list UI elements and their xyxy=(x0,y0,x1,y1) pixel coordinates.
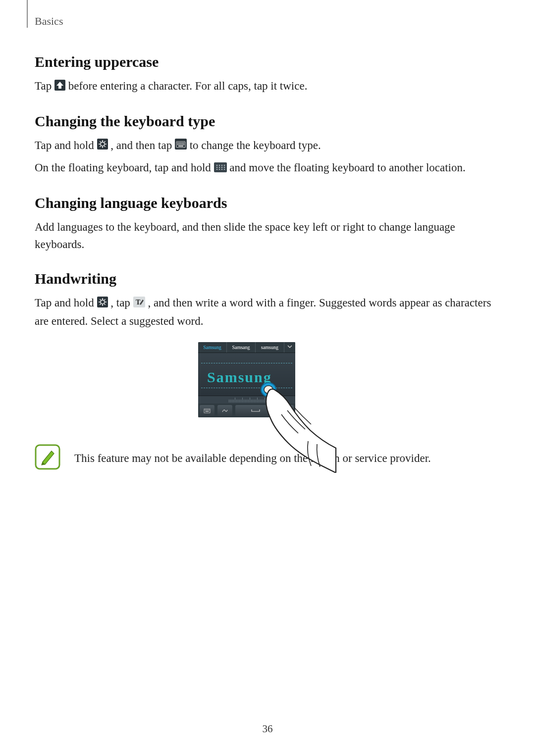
page-number: 36 xyxy=(0,723,535,735)
notepad-pen-icon xyxy=(35,444,60,472)
paragraph: Tap before entering a character. For all… xyxy=(35,77,500,96)
svg-rect-50 xyxy=(205,410,206,410)
header-rule xyxy=(27,0,28,28)
settings-gear-icon xyxy=(97,295,108,313)
text-fragment: , and then tap xyxy=(110,139,175,151)
manual-page: Basics Entering uppercase Tap before ent… xyxy=(0,0,535,756)
paragraph: Tap and hold , tap T , and then write a … xyxy=(35,294,500,330)
heading-keyboard-type: Changing the keyboard type xyxy=(35,113,500,130)
pointing-hand-icon xyxy=(253,369,337,473)
svg-point-28 xyxy=(223,165,225,166)
svg-point-34 xyxy=(218,169,220,170)
suggestion-row: Samsung Samsang samsung xyxy=(198,342,295,353)
svg-point-33 xyxy=(216,169,217,170)
svg-rect-52 xyxy=(207,410,208,410)
svg-rect-14 xyxy=(179,143,180,144)
suggestion-word: samsung xyxy=(256,342,284,353)
svg-rect-55 xyxy=(206,411,209,412)
text-fragment: , tap xyxy=(110,297,133,309)
svg-point-31 xyxy=(221,167,222,168)
svg-point-26 xyxy=(218,165,220,166)
svg-point-29 xyxy=(216,167,217,168)
svg-rect-19 xyxy=(179,144,180,145)
text-fragment: Tap and hold xyxy=(35,139,97,151)
chevron-down-icon xyxy=(284,342,295,353)
svg-rect-22 xyxy=(183,144,184,145)
svg-point-36 xyxy=(223,169,225,170)
handwriting-stroke-key xyxy=(217,405,232,416)
svg-rect-15 xyxy=(180,143,181,144)
svg-rect-13 xyxy=(177,143,178,144)
svg-rect-18 xyxy=(177,144,178,145)
svg-rect-20 xyxy=(180,144,181,145)
svg-point-30 xyxy=(218,167,220,168)
heading-language-keyboards: Changing language keyboards xyxy=(35,195,500,211)
svg-point-25 xyxy=(216,165,217,166)
heading-uppercase: Entering uppercase xyxy=(35,53,500,70)
svg-text:T: T xyxy=(136,299,141,306)
page-content: Entering uppercase Tap before entering a… xyxy=(35,0,500,472)
svg-rect-53 xyxy=(208,410,209,410)
text-fragment: before entering a character. For all cap… xyxy=(68,80,308,92)
text-fragment: and move the floating keyboard to anothe… xyxy=(229,161,465,174)
svg-rect-51 xyxy=(206,410,207,410)
t-pen-icon: T xyxy=(133,295,145,313)
svg-point-32 xyxy=(223,167,225,168)
drag-handle-icon xyxy=(214,160,227,178)
text-fragment: to change the keyboard type. xyxy=(190,139,321,151)
svg-rect-16 xyxy=(182,143,183,144)
section-header: Basics xyxy=(35,15,63,28)
keyboard-mode-key xyxy=(200,405,214,416)
svg-rect-21 xyxy=(182,144,183,145)
paragraph: Tap and hold , and then tap to change th… xyxy=(35,137,500,155)
paragraph: On the floating keyboard, tap and hold a… xyxy=(35,159,500,178)
shift-icon xyxy=(54,78,65,96)
settings-gear-icon xyxy=(97,137,108,155)
text-fragment: Tap xyxy=(35,80,54,92)
suggestion-word: Samsung xyxy=(198,342,227,353)
svg-point-27 xyxy=(221,165,222,166)
text-fragment: Tap and hold xyxy=(35,297,97,309)
handwriting-figure: Samsung Samsang samsung Samsung xyxy=(35,342,500,419)
heading-handwriting: Handwriting xyxy=(35,270,500,287)
text-fragment: On the floating keyboard, tap and hold xyxy=(35,161,214,174)
suggestion-word: Samsang xyxy=(227,342,256,353)
keyboard-layout-icon xyxy=(175,137,187,155)
svg-rect-17 xyxy=(183,143,184,144)
svg-point-35 xyxy=(221,169,222,170)
svg-rect-54 xyxy=(209,410,210,410)
svg-rect-23 xyxy=(178,146,183,147)
paragraph: Add languages to the keyboard, and then … xyxy=(35,218,500,253)
